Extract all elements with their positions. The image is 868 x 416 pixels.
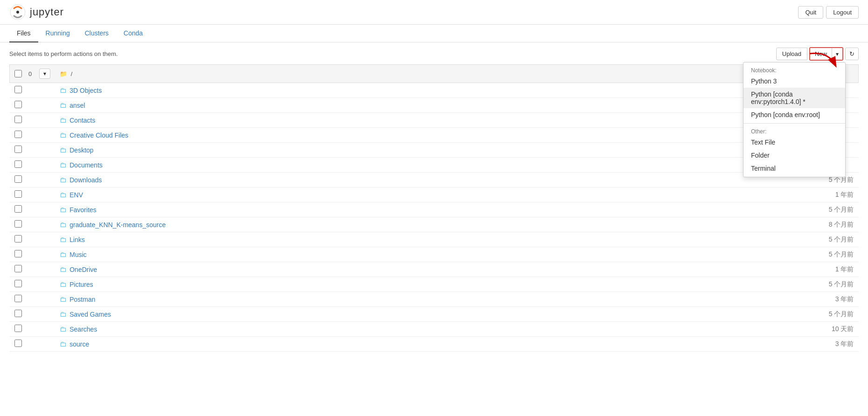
table-row: 🗀Desktop bbox=[10, 143, 859, 158]
file-checkbox[interactable] bbox=[14, 220, 22, 228]
file-link[interactable]: Downloads bbox=[69, 176, 102, 184]
folder-icon: 🗀 bbox=[60, 206, 67, 214]
file-checkbox[interactable] bbox=[14, 280, 22, 287]
select-count: 0 bbox=[28, 70, 32, 77]
file-checkbox[interactable] bbox=[14, 116, 22, 123]
file-checkbox[interactable] bbox=[14, 205, 22, 213]
main-content: Select items to perform actions on them.… bbox=[0, 42, 868, 356]
file-link[interactable]: Links bbox=[69, 236, 85, 243]
file-checkbox[interactable] bbox=[14, 160, 22, 168]
quit-button[interactable]: Quit bbox=[798, 6, 823, 19]
tab-files[interactable]: Files bbox=[9, 25, 38, 42]
other-section-label: Other: bbox=[744, 125, 845, 136]
table-row: 🗀source3 年前 bbox=[10, 337, 859, 352]
new-terminal-item[interactable]: Terminal bbox=[744, 162, 845, 175]
folder-path-icon: 📁 bbox=[60, 70, 67, 77]
new-pytorch-item[interactable]: Python [conda env:pytorch1.4.0] * bbox=[744, 88, 845, 108]
file-checkbox[interactable] bbox=[14, 325, 22, 332]
header: jupyter Quit Logout bbox=[0, 0, 868, 25]
tab-clusters[interactable]: Clusters bbox=[77, 25, 116, 42]
new-root-item[interactable]: Python [conda env:root] bbox=[744, 108, 845, 121]
file-checkbox[interactable] bbox=[14, 146, 22, 153]
file-link[interactable]: Favorites bbox=[69, 206, 96, 214]
file-link[interactable]: Pictures bbox=[69, 281, 93, 288]
new-button-group: New ▾ bbox=[809, 47, 843, 61]
folder-icon: 🗀 bbox=[60, 86, 67, 94]
folder-icon: 🗀 bbox=[60, 340, 67, 348]
file-checkbox[interactable] bbox=[14, 310, 22, 317]
table-row: 🗀Downloads5 个月前 bbox=[10, 173, 859, 187]
upload-button[interactable]: Upload bbox=[776, 48, 807, 60]
new-dropdown-button[interactable]: ▾ bbox=[832, 48, 842, 60]
file-link[interactable]: ENV bbox=[69, 191, 83, 199]
file-link[interactable]: source bbox=[69, 340, 89, 348]
toolbar: Select items to perform actions on them.… bbox=[9, 47, 859, 61]
folder-path: / bbox=[71, 70, 73, 77]
file-checkbox[interactable] bbox=[14, 101, 22, 108]
select-all-checkbox[interactable] bbox=[14, 70, 22, 77]
folder-icon: 🗀 bbox=[60, 131, 67, 139]
file-checkbox[interactable] bbox=[14, 250, 22, 257]
header-buttons: Quit Logout bbox=[798, 6, 859, 19]
logo-text: jupyter bbox=[30, 6, 64, 18]
file-link[interactable]: Documents bbox=[69, 161, 103, 169]
table-row: 🗀Contacts bbox=[10, 113, 859, 128]
folder-icon: 🗀 bbox=[60, 146, 67, 154]
table-row: 🗀Favorites5 个月前 bbox=[10, 202, 859, 217]
file-link[interactable]: Contacts bbox=[69, 117, 95, 124]
toolbar-right: Upload New ▾ ↻ Notebook: Python 3 Python… bbox=[776, 47, 859, 61]
file-link[interactable]: graduate_KNN_K-means_source bbox=[69, 221, 165, 229]
file-link[interactable]: OneDrive bbox=[69, 266, 97, 273]
file-date: 5 个月前 bbox=[803, 232, 859, 247]
file-checkbox[interactable] bbox=[14, 131, 22, 138]
table-row: 🗀graduate_KNN_K-means_source8 个月前 bbox=[10, 217, 859, 232]
folder-icon: 🗀 bbox=[60, 310, 67, 318]
file-checkbox[interactable] bbox=[14, 295, 22, 302]
select-actions-button[interactable]: ▾ bbox=[39, 69, 50, 79]
folder-icon: 🗀 bbox=[60, 191, 67, 199]
svg-point-1 bbox=[16, 11, 19, 14]
table-header-row: 0 ▾ 📁 / bbox=[10, 65, 859, 83]
file-link[interactable]: Saved Games bbox=[69, 311, 111, 318]
folder-icon: 🗀 bbox=[60, 280, 67, 288]
file-checkbox[interactable] bbox=[14, 175, 22, 183]
file-checkbox[interactable] bbox=[14, 265, 22, 272]
dropdown-divider bbox=[744, 123, 845, 124]
file-link[interactable]: Postman bbox=[69, 296, 95, 303]
folder-icon: 🗀 bbox=[60, 161, 67, 169]
file-checkbox[interactable] bbox=[14, 235, 22, 243]
select-info: Select items to perform actions on them. bbox=[9, 50, 118, 57]
file-link[interactable]: Desktop bbox=[69, 146, 93, 154]
file-link[interactable]: Creative Cloud Files bbox=[69, 132, 128, 139]
file-link[interactable]: Searches bbox=[69, 326, 97, 333]
file-checkbox[interactable] bbox=[14, 190, 22, 198]
refresh-button[interactable]: ↻ bbox=[845, 48, 859, 60]
folder-icon: 🗀 bbox=[60, 250, 67, 258]
tab-conda[interactable]: Conda bbox=[116, 25, 150, 42]
file-checkbox[interactable] bbox=[14, 86, 22, 93]
file-date: 5 个月前 bbox=[803, 277, 859, 292]
folder-icon: 🗀 bbox=[60, 265, 67, 273]
logout-button[interactable]: Logout bbox=[826, 6, 859, 19]
new-python3-item[interactable]: Python 3 bbox=[744, 75, 845, 88]
new-textfile-item[interactable]: Text File bbox=[744, 136, 845, 149]
notebook-section-label: Notebook: bbox=[744, 64, 845, 75]
file-link[interactable]: Music bbox=[69, 251, 87, 258]
jupyter-logo-icon bbox=[9, 4, 26, 21]
table-row: 🗀Postman3 年前 bbox=[10, 292, 859, 307]
table-row: 🗀Pictures5 个月前 bbox=[10, 277, 859, 292]
file-list: 🗀3D Objects🗀ansel🗀Contacts🗀Creative Clou… bbox=[10, 83, 859, 352]
tabs: Files Running Clusters Conda bbox=[0, 25, 868, 42]
table-row: 🗀Creative Cloud Files bbox=[10, 128, 859, 143]
new-button[interactable]: New bbox=[810, 48, 832, 60]
table-row: 🗀Links5 个月前 bbox=[10, 232, 859, 247]
file-checkbox[interactable] bbox=[14, 340, 22, 347]
file-link[interactable]: ansel bbox=[69, 102, 85, 109]
folder-icon: 🗀 bbox=[60, 236, 67, 243]
file-link[interactable]: 3D Objects bbox=[69, 87, 102, 94]
file-date: 8 个月前 bbox=[803, 217, 859, 232]
tab-running[interactable]: Running bbox=[38, 25, 77, 42]
table-row: 🗀OneDrive1 年前 bbox=[10, 262, 859, 277]
new-folder-item[interactable]: Folder bbox=[744, 149, 845, 162]
file-date: 5 个月前 bbox=[803, 307, 859, 322]
